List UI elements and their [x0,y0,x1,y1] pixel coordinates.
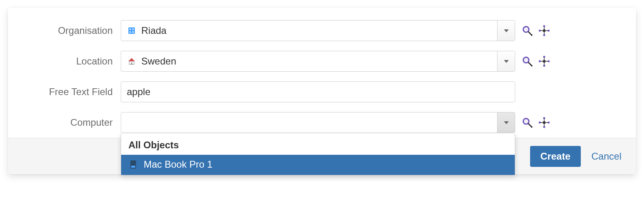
dropdown-option[interactable]: Mac Book Pro 1 [121,155,515,175]
organisation-caret[interactable] [497,21,515,41]
computer-select[interactable] [121,112,515,133]
svg-point-37 [543,126,545,128]
network-icon [539,117,550,128]
location-network-button[interactable] [539,56,550,67]
control-free-text: apple [121,81,624,102]
search-icon [522,117,533,128]
svg-point-38 [539,122,541,124]
svg-point-32 [523,119,529,124]
location-search-button[interactable] [522,56,533,67]
svg-point-23 [543,60,546,63]
chevron-down-icon [504,29,509,32]
svg-rect-4 [132,31,134,33]
free-text-value: apple [127,86,151,98]
organisation-select[interactable]: Riada [121,20,515,41]
row-location: Location Sweden [20,51,624,72]
location-select[interactable]: Sweden [121,51,515,72]
row-organisation: Organisation Riada [20,20,624,41]
svg-rect-0 [128,27,135,34]
label-computer: Computer [20,117,121,128]
control-location: Sweden [121,51,624,72]
control-computer: All Objects Mac Book Pro 1 [121,112,624,133]
svg-point-25 [543,65,545,67]
search-icon [522,56,533,67]
svg-point-34 [531,126,533,128]
network-icon [539,56,550,67]
chevron-down-icon [504,60,509,63]
svg-point-12 [548,30,550,32]
svg-rect-2 [132,29,134,30]
row-free-text: Free Text Field apple [20,81,624,102]
svg-point-35 [543,121,546,124]
svg-point-11 [539,30,541,32]
computer-search-button[interactable] [522,117,533,128]
svg-rect-19 [131,62,132,64]
computer-tower-icon [128,160,138,169]
svg-point-24 [543,56,545,58]
organisation-search-button[interactable] [522,25,533,36]
svg-point-7 [531,34,533,36]
create-button[interactable]: Create [530,146,581,167]
svg-point-5 [523,27,529,32]
location-caret[interactable] [497,51,515,71]
svg-point-20 [523,57,529,63]
row-computer: Computer [20,112,624,133]
svg-rect-1 [130,29,131,30]
location-value: Sweden [141,56,176,67]
svg-line-21 [528,62,531,65]
building-icon [127,26,136,35]
form-container: Organisation Riada [8,8,636,174]
network-icon [539,25,550,36]
dropdown-header: All Objects [121,134,515,155]
svg-line-6 [528,32,531,35]
svg-rect-3 [130,31,131,33]
free-text-input[interactable]: apple [121,81,515,102]
svg-point-26 [539,60,541,62]
svg-point-10 [543,34,545,36]
chevron-down-icon [504,121,509,124]
svg-marker-17 [128,58,135,61]
computer-dropdown: All Objects Mac Book Pro 1 [121,134,515,175]
home-icon [127,56,136,66]
svg-point-27 [548,60,550,62]
svg-point-22 [531,65,533,67]
svg-line-33 [528,124,531,127]
svg-point-8 [543,29,546,32]
label-free-text: Free Text Field [20,86,121,98]
svg-point-39 [548,122,550,124]
computer-network-button[interactable] [539,117,550,128]
organisation-network-button[interactable] [539,25,550,36]
form-body: Organisation Riada [8,8,636,133]
svg-rect-45 [131,166,135,168]
control-organisation: Riada [121,20,624,41]
computer-caret[interactable] [497,112,515,133]
label-organisation: Organisation [20,25,121,36]
label-location: Location [20,56,121,67]
svg-point-9 [543,25,545,27]
cancel-link[interactable]: Cancel [591,151,621,162]
svg-point-36 [543,117,545,119]
organisation-value: Riada [141,25,167,36]
search-icon [522,25,533,36]
dropdown-option-label: Mac Book Pro 1 [144,159,213,170]
